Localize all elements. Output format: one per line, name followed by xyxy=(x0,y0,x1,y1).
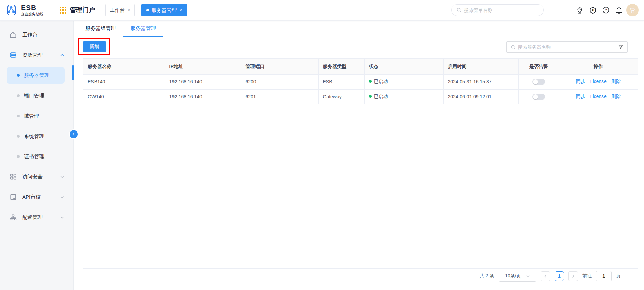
close-icon[interactable]: × xyxy=(128,8,130,13)
cell-type: Gateway xyxy=(318,89,364,104)
tab-server-management-content[interactable]: 服务器管理 xyxy=(123,25,163,37)
cell-actions: 同步License删除 xyxy=(559,74,638,89)
header-icons: AI ? xyxy=(575,6,623,14)
total-count: 共 2 条 xyxy=(479,273,494,279)
bell-icon[interactable] xyxy=(615,6,623,14)
col-enable-time: 启用时间 xyxy=(443,59,518,74)
location-icon[interactable] xyxy=(575,6,584,14)
bullet-icon xyxy=(17,74,20,77)
cell-ip: 192.168.16.140 xyxy=(165,89,241,104)
col-status: 状态 xyxy=(364,59,443,74)
logo-title: ESB xyxy=(21,4,43,11)
bullet-icon xyxy=(17,155,20,158)
menu-search-box[interactable] xyxy=(451,4,544,16)
sidebar-item-label: 服务器管理 xyxy=(24,72,49,79)
sidebar-item-workbench[interactable]: 工作台 xyxy=(0,25,73,45)
sidebar-item-system-management[interactable]: 系统管理 xyxy=(0,126,73,146)
sync-link[interactable]: 同步 xyxy=(576,94,586,99)
pagination-bar: 共 2 条 10条/页 1 前往 页 xyxy=(83,268,638,284)
tab-label: 服务器管理 xyxy=(152,7,177,14)
sidebar-item-certificate-management[interactable]: 证书管理 xyxy=(0,146,73,167)
menu-search-input[interactable] xyxy=(464,7,539,13)
tab-server-management[interactable]: 服务器管理 × xyxy=(141,4,187,16)
help-icon[interactable]: ? xyxy=(602,6,610,14)
cell-enable-time: 2024-06-01 09:12:01 xyxy=(443,89,518,104)
home-icon xyxy=(9,31,17,39)
prev-page-button[interactable] xyxy=(541,271,550,281)
page-size-value: 10条/页 xyxy=(505,273,521,279)
page-size-select[interactable]: 10条/页 xyxy=(499,271,536,282)
status-text: 已启动 xyxy=(374,79,388,84)
server-table-container: 服务器名称 IP地址 管理端口 服务器类型 状态 启用时间 是否告警 操作 ES… xyxy=(83,58,638,266)
server-search-box[interactable] xyxy=(506,41,628,53)
sidebar-group-config-management[interactable]: 配置管理 xyxy=(0,207,73,227)
sidebar-item-label: 证书管理 xyxy=(24,153,44,160)
next-page-button[interactable] xyxy=(568,271,578,281)
goto-label: 前往 xyxy=(582,273,592,279)
sidebar-item-label: API审核 xyxy=(22,194,41,200)
logo-subtitle: 企业服务总线 xyxy=(21,12,43,16)
portal-title: 管理门户 xyxy=(70,6,95,15)
license-link[interactable]: License xyxy=(590,94,607,99)
sidebar-item-port-management[interactable]: 端口管理 xyxy=(0,86,73,106)
tab-label: 工作台 xyxy=(110,7,125,14)
content-tab-bar: 服务器组管理 服务器管理 xyxy=(74,21,644,37)
chevron-down-icon xyxy=(526,274,530,278)
sync-link[interactable]: 同步 xyxy=(576,79,586,84)
sidebar-group-api-review[interactable]: API审核 xyxy=(0,187,73,207)
alarm-toggle[interactable] xyxy=(532,94,545,100)
bullet-icon xyxy=(17,115,20,117)
col-port: 管理端口 xyxy=(241,59,318,74)
delete-link[interactable]: 删除 xyxy=(611,94,621,99)
top-header: ESB 企业服务总线 管理门户 工作台 × 服务器管理 × AI ? xyxy=(0,0,644,21)
cell-actions: 同步License删除 xyxy=(559,89,638,104)
server-table: 服务器名称 IP地址 管理端口 服务器类型 状态 启用时间 是否告警 操作 ES… xyxy=(83,59,638,104)
doc-check-icon xyxy=(9,193,17,201)
server-search-input[interactable] xyxy=(518,44,616,50)
cell-ip: 192.168.16.140 xyxy=(165,74,241,89)
chevron-left-icon xyxy=(544,274,547,278)
chevron-down-icon xyxy=(60,215,64,220)
col-ip: IP地址 xyxy=(165,59,241,74)
cell-status: 已启动 xyxy=(364,74,443,89)
svg-text:AI: AI xyxy=(591,9,594,12)
cell-type: ESB xyxy=(318,74,364,89)
close-icon[interactable]: × xyxy=(180,8,182,13)
cell-port: 6200 xyxy=(241,74,318,89)
sidebar-collapse-button[interactable] xyxy=(69,129,78,139)
sidebar-group-access-security[interactable]: 访问安全 xyxy=(0,167,73,187)
current-page-button[interactable]: 1 xyxy=(555,271,564,281)
sidebar-item-label: 配置管理 xyxy=(22,214,43,221)
status-dot-icon xyxy=(369,95,372,98)
table-row: GW140 192.168.16.140 6201 Gateway 已启动 20… xyxy=(83,89,638,104)
cell-enable-time: 2024-05-31 16:15:37 xyxy=(443,74,518,89)
sidebar-item-label: 工作台 xyxy=(22,32,37,38)
alarm-toggle[interactable] xyxy=(532,79,545,85)
add-button[interactable]: 新增 xyxy=(83,41,106,52)
goto-page-input[interactable] xyxy=(596,271,612,281)
cell-alarm xyxy=(518,74,559,89)
sidebar-item-label: 资源管理 xyxy=(22,52,43,58)
col-alarm: 是否告警 xyxy=(518,59,559,74)
esb-logo-icon xyxy=(5,3,18,17)
app-logo: ESB 企业服务总线 xyxy=(5,3,43,17)
chevron-down-icon xyxy=(60,175,64,179)
filter-icon[interactable] xyxy=(618,44,623,50)
svg-text:?: ? xyxy=(605,8,607,12)
sidebar: 工作台 资源管理 服务器管理 端口管理 域管理 系统管理 证书管理 xyxy=(0,21,74,290)
table-row: ESB140 192.168.16.140 6200 ESB 已启动 2024-… xyxy=(83,74,638,89)
sidebar-item-server-management[interactable]: 服务器管理 xyxy=(0,65,73,86)
delete-link[interactable]: 删除 xyxy=(611,79,621,84)
server-stack-icon xyxy=(9,51,17,59)
col-type: 服务器类型 xyxy=(318,59,364,74)
cell-alarm xyxy=(518,89,559,104)
bullet-icon xyxy=(17,135,20,138)
user-avatar[interactable]: 管 xyxy=(626,4,639,16)
tab-server-group-management[interactable]: 服务器组管理 xyxy=(78,25,123,37)
license-link[interactable]: License xyxy=(590,79,607,84)
tab-workbench[interactable]: 工作台 × xyxy=(105,4,135,16)
col-server-name: 服务器名称 xyxy=(83,59,165,74)
sidebar-item-domain-management[interactable]: 域管理 xyxy=(0,106,73,126)
sidebar-group-resources[interactable]: 资源管理 xyxy=(0,45,73,65)
ai-assistant-icon[interactable]: AI xyxy=(589,6,597,14)
